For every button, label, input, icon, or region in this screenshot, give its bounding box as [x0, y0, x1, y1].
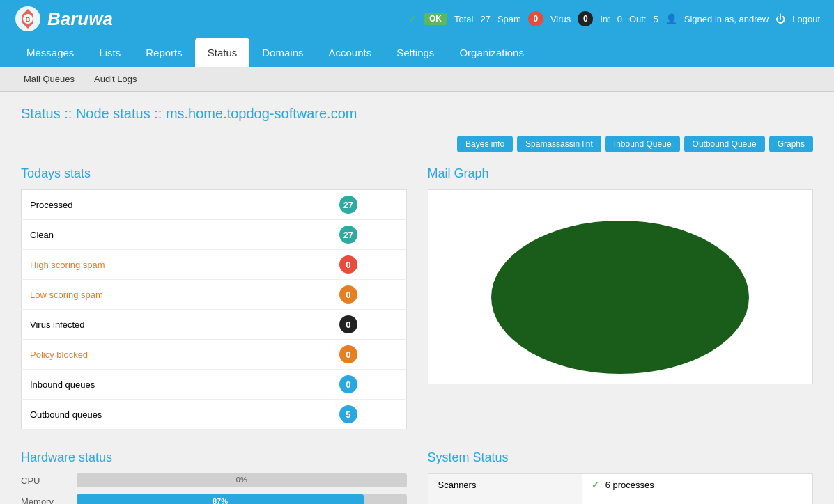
- main-grid: Todays stats Processed 27 Clean 27: [21, 166, 813, 430]
- topbar: B Baruwa ✓ OK Total 27 Spam 0 Virus 0 In…: [0, 0, 834, 38]
- signed-in-label: Signed in as, andrew: [684, 14, 769, 24]
- logout-button[interactable]: Logout: [792, 14, 820, 24]
- breadcrumb: Status :: Node status :: ms.home.topdog-…: [21, 106, 813, 122]
- graphs-button[interactable]: Graphs: [769, 136, 813, 152]
- system-status-panel: System Status Scanners ✓ 6 processes MTA…: [428, 450, 814, 504]
- stat-value-clean: 27: [291, 220, 406, 250]
- stat-badge-processed: 27: [339, 196, 357, 214]
- inbound-queue-button[interactable]: Inbound Queue: [605, 136, 680, 152]
- navbar: Messages Lists Reports Status Domains Ac…: [0, 38, 834, 67]
- cpu-pct-text: 0%: [77, 475, 407, 484]
- spamassassin-lint-button[interactable]: Spamassassin lint: [517, 136, 601, 152]
- table-row: MTA ✓ 2 processes: [428, 496, 813, 505]
- stat-label-low-spam: Low scoring spam: [22, 280, 291, 310]
- subnav: Mail Queues Audit Logs: [0, 67, 834, 92]
- todays-stats-title: Todays stats: [21, 166, 407, 181]
- total-label: Total: [454, 14, 473, 24]
- top-status-bar: ✓ OK Total 27 Spam 0 Virus 0 In: 0 Out: …: [408, 11, 820, 26]
- mail-graph-svg: [488, 200, 752, 374]
- spam-count: 0: [528, 11, 543, 26]
- scanners-value: ✓ 6 processes: [582, 474, 813, 496]
- stat-badge-outbound: 5: [339, 405, 357, 423]
- stat-value-inbound: 0: [291, 370, 406, 400]
- table-row: Processed 27: [22, 190, 407, 220]
- ok-badge: OK: [424, 13, 447, 25]
- table-row: High scoring spam 0: [22, 250, 407, 280]
- subnav-audit-logs[interactable]: Audit Logs: [91, 72, 139, 86]
- bottom-grid: Hardware status CPU 0% Memory 87% System…: [21, 450, 813, 504]
- stat-value-processed: 27: [291, 190, 406, 220]
- stat-label-outbound: Outbound queues: [22, 400, 291, 430]
- hardware-status-panel: Hardware status CPU 0% Memory 87%: [21, 450, 407, 504]
- total-count: 27: [480, 14, 490, 24]
- nav-status[interactable]: Status: [195, 38, 250, 67]
- stat-badge-high-spam: 0: [339, 255, 357, 274]
- memory-fill: 87%: [77, 494, 364, 504]
- mail-graph-panel: Mail Graph: [428, 166, 814, 430]
- memory-label: Memory: [21, 496, 77, 505]
- stat-label-clean: Clean: [22, 220, 291, 250]
- action-buttons: Bayes info Spamassassin lint Inbound Que…: [21, 136, 813, 152]
- stat-label-policy: Policy blocked: [22, 340, 291, 370]
- memory-progress-bar: 87%: [77, 494, 407, 504]
- user-icon: 👤: [665, 13, 677, 24]
- virus-label: Virus: [550, 14, 571, 24]
- spam-label: Spam: [497, 14, 521, 24]
- cpu-label: CPU: [21, 475, 77, 486]
- cpu-progress-bar: 0%: [77, 473, 407, 487]
- out-label: Out:: [629, 14, 647, 24]
- table-row: Policy blocked 0: [22, 340, 407, 370]
- logo-area: B Baruwa: [14, 5, 113, 33]
- svg-text:B: B: [26, 16, 31, 23]
- mail-graph-title: Mail Graph: [428, 166, 814, 181]
- content: Status :: Node status :: ms.home.topdog-…: [0, 92, 834, 504]
- mta-value: ✓ 2 processes: [582, 496, 813, 505]
- stat-value-virus: 0: [291, 310, 406, 340]
- stat-badge-virus: 0: [339, 315, 357, 333]
- hardware-status-title: Hardware status: [21, 450, 407, 465]
- nav-domains[interactable]: Domains: [249, 38, 316, 67]
- stats-table: Processed 27 Clean 27 High scoring spam: [21, 189, 407, 430]
- stat-label-virus: Virus infected: [22, 310, 291, 340]
- table-row: Virus infected 0: [22, 310, 407, 340]
- svg-point-4: [491, 221, 749, 374]
- nav-lists[interactable]: Lists: [86, 38, 133, 67]
- stat-badge-low-spam: 0: [339, 285, 357, 304]
- stat-badge-policy: 0: [339, 345, 357, 363]
- stat-badge-clean: 27: [339, 226, 357, 244]
- nav-accounts[interactable]: Accounts: [316, 38, 384, 67]
- scanners-count: 6 processes: [605, 480, 654, 490]
- scanners-label: Scanners: [428, 474, 582, 496]
- table-row: Outbound queues 5: [22, 400, 407, 430]
- stat-label-inbound: Inbound queues: [22, 370, 291, 400]
- todays-stats-panel: Todays stats Processed 27 Clean 27: [21, 166, 407, 430]
- table-row: Low scoring spam 0: [22, 280, 407, 310]
- nav-organizations[interactable]: Organizations: [447, 38, 536, 67]
- stat-badge-inbound: 0: [339, 375, 357, 393]
- in-count: 0: [617, 14, 622, 24]
- nav-reports[interactable]: Reports: [133, 38, 195, 67]
- logo-text: Baruwa: [47, 8, 113, 30]
- system-status-title: System Status: [428, 450, 814, 465]
- in-label: In:: [600, 14, 610, 24]
- table-row: Scanners ✓ 6 processes: [428, 474, 813, 496]
- nav-settings[interactable]: Settings: [384, 38, 447, 67]
- memory-pct-text: 87%: [213, 497, 228, 504]
- system-status-table: Scanners ✓ 6 processes MTA ✓ 2 processes: [428, 473, 814, 504]
- memory-row: Memory 87%: [21, 494, 407, 504]
- subnav-mail-queues[interactable]: Mail Queues: [21, 72, 77, 86]
- nav-messages[interactable]: Messages: [14, 38, 86, 67]
- mta-label: MTA: [428, 496, 582, 505]
- bayes-info-button[interactable]: Bayes info: [457, 136, 513, 152]
- stat-value-high-spam: 0: [291, 250, 406, 280]
- ok-checkmark: ✓: [408, 13, 417, 26]
- table-row: Inbound queues 0: [22, 370, 407, 400]
- stat-value-outbound: 5: [291, 400, 406, 430]
- table-row: Clean 27: [22, 220, 407, 250]
- stat-label-processed: Processed: [22, 190, 291, 220]
- stat-value-policy: 0: [291, 340, 406, 370]
- virus-count: 0: [578, 11, 593, 26]
- stat-value-low-spam: 0: [291, 280, 406, 310]
- logo-icon: B: [14, 5, 42, 33]
- outbound-queue-button[interactable]: Outbound Queue: [684, 136, 765, 152]
